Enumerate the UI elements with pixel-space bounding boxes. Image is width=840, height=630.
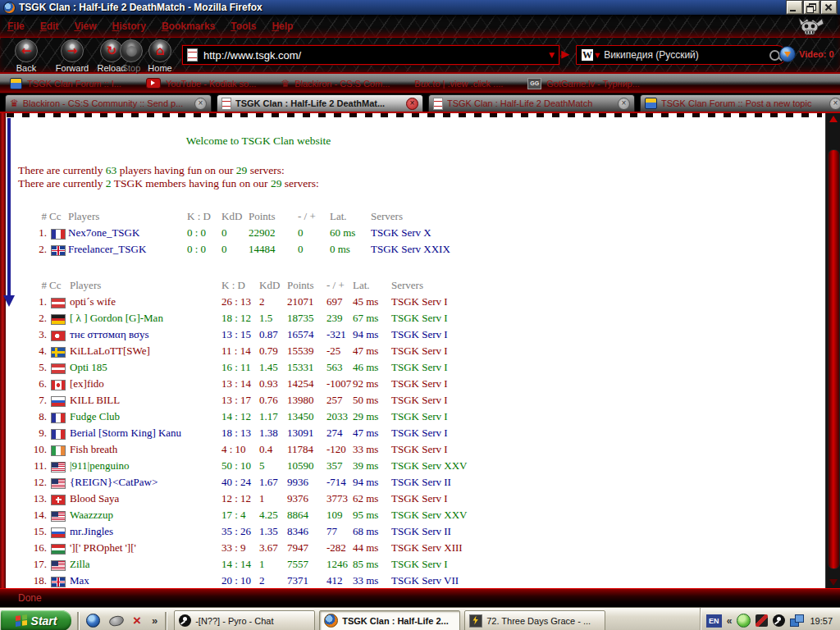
tab[interactable]: TSGK Clan : Half-Life 2 DeathMatch × — [428, 94, 635, 112]
player-name[interactable]: KILL BILL — [70, 394, 221, 407]
server-name[interactable]: TSGK Serv I — [391, 328, 840, 341]
bookmark-item[interactable]: TSGK Clan Forum :: I... — [10, 78, 121, 89]
taskbar-button[interactable]: TSGK Clan : Half-Life 2... — [319, 610, 460, 630]
player-name[interactable]: mr.Jingles — [70, 525, 221, 538]
server-name[interactable]: TSGK Serv VII — [391, 574, 840, 587]
server-name[interactable]: TSGK Serv I — [391, 394, 840, 407]
restore-button[interactable] — [804, 1, 819, 14]
tab-close-button[interactable]: × — [618, 98, 630, 110]
server-name[interactable]: TSGK Serv XIII — [391, 541, 840, 555]
server-name[interactable]: TSGK Serv XXV — [391, 459, 840, 472]
quicklaunch-overflow-button[interactable]: » — [152, 614, 158, 627]
player-name[interactable]: Waazzzup — [70, 509, 221, 522]
video-downloader-icon[interactable] — [779, 46, 796, 62]
url-text[interactable]: http://www.tsgk.com/ — [203, 49, 301, 62]
player-name[interactable]: Blood Saya — [70, 492, 221, 505]
quicklaunch-mouse-icon[interactable] — [108, 614, 125, 627]
quicklaunch-browser-icon[interactable] — [86, 614, 100, 628]
tab[interactable]: TSGK Clan : Half-Life 2 DeathMat... × — [217, 94, 423, 112]
minimize-button[interactable] — [787, 1, 802, 14]
video-downloader-indicator[interactable]: Video: 0 — [779, 46, 834, 62]
quicklaunch-close-icon[interactable]: × — [133, 615, 141, 627]
tray-icon-app[interactable] — [756, 614, 768, 627]
tray-icon-network[interactable] — [790, 614, 802, 627]
player-name[interactable]: {REIGN}<CatPaw> — [70, 476, 221, 489]
flag-icon — [51, 380, 66, 390]
column-header: Players — [68, 210, 187, 223]
language-indicator[interactable]: EN — [706, 614, 722, 628]
player-name[interactable]: Fudge Club — [70, 410, 221, 423]
server-name[interactable]: TSGK Serv II — [391, 525, 840, 538]
intro-text: There are currently — [18, 164, 106, 176]
vertical-scrollbar[interactable] — [825, 113, 840, 588]
server-name[interactable]: TSGK Serv I — [391, 410, 840, 423]
server-name[interactable]: TSGK Serv I — [391, 312, 840, 325]
player-name[interactable]: [ex]fido — [70, 377, 221, 390]
player-name[interactable]: Fish breath — [70, 443, 221, 456]
bookmark-item[interactable]: Blackiron - CS:S Com... — [281, 79, 390, 89]
player-name[interactable]: KiLLaLoTT[SWe] — [70, 345, 221, 358]
taskbar-button[interactable]: -[N??] - Pyro - Chat — [174, 610, 315, 630]
window-edge-decoration — [0, 113, 6, 588]
kdd-value: 0 — [221, 226, 249, 240]
url-bar[interactable]: http://www.tsgk.com/ ▼ — [182, 45, 559, 65]
tab[interactable]: TSGK Clan Forum :: Post a new topic × — [640, 94, 840, 112]
player-name[interactable]: [ λ ] Gordon [G]-Man — [70, 312, 221, 325]
server-name[interactable]: TSGK Serv I — [391, 443, 840, 456]
server-name[interactable]: TSGK Serv I — [391, 361, 840, 374]
player-name[interactable]: opti´s wife — [70, 295, 221, 308]
server-name[interactable]: TSGK Serv I — [391, 492, 840, 505]
server-name[interactable]: TSGK Serv II — [391, 476, 840, 489]
tray-icon-steam[interactable] — [773, 614, 785, 627]
tray-collapse-chevron[interactable]: « — [727, 615, 733, 627]
bookmark-item[interactable]: YouTube - Kodiak so... — [146, 78, 256, 89]
server-name[interactable]: TSGK Serv XXV — [391, 509, 840, 522]
server-name[interactable]: TSGK Serv I — [391, 427, 840, 440]
server-name[interactable]: TSGK Serv I — [391, 558, 840, 571]
back-button[interactable]: ← Back — [3, 39, 49, 73]
player-name[interactable]: |911|penguino — [70, 459, 221, 472]
menu-item[interactable]: View — [74, 21, 96, 32]
player-name[interactable]: Nex7one_TSGK — [68, 226, 187, 240]
close-button[interactable] — [821, 1, 837, 14]
server-name[interactable]: TSGK Serv X — [371, 226, 840, 240]
server-name[interactable]: TSGK Serv I — [391, 345, 840, 358]
player-name[interactable]: Berial [Storm King] Kanu — [70, 427, 221, 440]
go-button[interactable]: ▶ — [561, 48, 569, 60]
bookmark-item[interactable]: Bux.to | .view .click .... — [414, 79, 503, 89]
menu-item[interactable]: File — [7, 21, 25, 32]
server-name[interactable]: TSGK Serv I — [391, 295, 840, 308]
points-value: 11784 — [287, 443, 326, 456]
scroll-down-arrow[interactable] — [829, 579, 838, 586]
points-value: 18735 — [287, 312, 326, 325]
menu-item[interactable]: Edit — [40, 21, 59, 32]
start-button[interactable]: Start — [1, 610, 71, 630]
search-engine-dropdown-icon[interactable]: ▼ — [595, 52, 600, 59]
player-name[interactable]: '][' PROphet '][' — [70, 541, 221, 555]
player-name[interactable]: тнє σттσмαη вσys — [70, 328, 221, 341]
menu-item[interactable]: Bookmarks — [162, 21, 215, 32]
taskbar-button[interactable]: 72. Three Days Grace - ... — [464, 610, 605, 630]
menu-item[interactable]: History — [112, 21, 146, 32]
bookmark-item[interactable]: GotGame.lv - Турнир... — [527, 78, 640, 89]
player-name[interactable]: Zilla — [70, 558, 221, 571]
search-engine-label[interactable]: Википедия (Русский) — [604, 49, 699, 61]
menu-item[interactable]: Tools — [231, 21, 256, 32]
tab[interactable]: Blackiron - CS:S Community :: Send p... … — [5, 94, 212, 112]
server-name[interactable]: TSGK Serv XXIX — [371, 243, 840, 256]
home-button[interactable]: ⌂ Home — [141, 39, 179, 73]
url-dropdown-icon[interactable]: ▼ — [549, 51, 555, 59]
scroll-up-arrow[interactable] — [829, 116, 838, 122]
tab-close-button[interactable]: × — [829, 98, 840, 110]
kdd-value: 1.67 — [259, 476, 287, 489]
player-name[interactable]: Freelancer_TSGK — [68, 243, 187, 256]
player-name[interactable]: Max — [70, 574, 221, 587]
server-name[interactable]: TSGK Serv I — [391, 377, 840, 390]
search-bar[interactable]: W ▼ Википедия (Русский) — [576, 45, 786, 65]
tab-close-button[interactable]: × — [406, 98, 418, 110]
tray-icon-messenger[interactable] — [737, 614, 751, 628]
menu-item[interactable]: Help — [272, 21, 293, 32]
scrollbar-thumb[interactable] — [828, 149, 840, 569]
player-name[interactable]: Opti 185 — [70, 361, 221, 374]
tab-close-button[interactable]: × — [194, 98, 207, 110]
